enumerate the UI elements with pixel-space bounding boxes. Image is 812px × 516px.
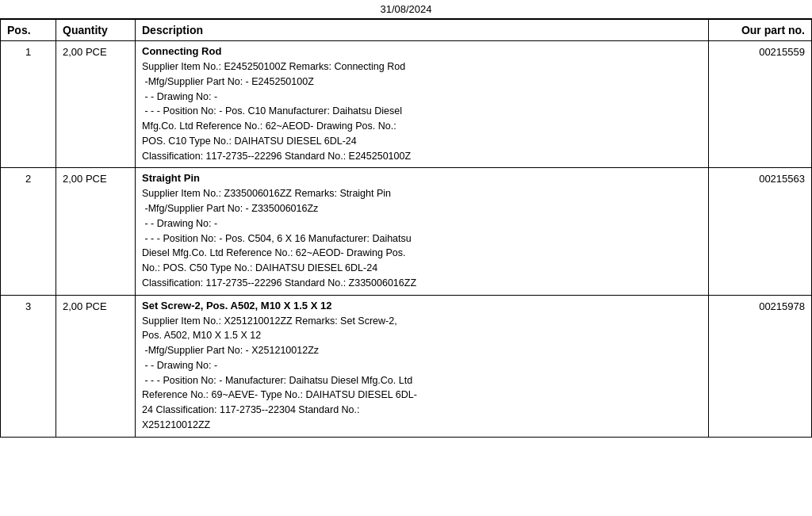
parts-table: Pos. Quantity Description Our part no. 1… [0, 19, 812, 438]
qty-cell: 2,00 PCE [56, 41, 136, 168]
header-date: 31/08/2024 [380, 3, 431, 15]
qty-cell: 2,00 PCE [56, 295, 136, 437]
pos-cell: 2 [1, 168, 56, 295]
table-row: 32,00 PCESet Screw-2, Pos. A502, M10 X 1… [1, 295, 812, 437]
desc-cell: Connecting RodSupplier Item No.: E245250… [136, 41, 709, 168]
part-cell: 00215978 [709, 295, 812, 437]
table-row: 12,00 PCEConnecting RodSupplier Item No.… [1, 41, 812, 168]
table-row: 22,00 PCEStraight PinSupplier Item No.: … [1, 168, 812, 295]
col-header-part: Our part no. [709, 20, 812, 41]
table-header-row: Pos. Quantity Description Our part no. [1, 20, 812, 41]
desc-detail: Supplier Item No.: Z335006016ZZ Remarks:… [142, 186, 702, 290]
col-header-pos: Pos. [1, 20, 56, 41]
desc-cell: Set Screw-2, Pos. A502, M10 X 1.5 X 12Su… [136, 295, 709, 437]
desc-cell: Straight PinSupplier Item No.: Z33500601… [136, 168, 709, 295]
desc-main: Connecting Rod [142, 45, 702, 57]
page-wrapper: 31/08/2024 Pos. Quantity Description Our… [0, 0, 812, 516]
desc-main: Set Screw-2, Pos. A502, M10 X 1.5 X 12 [142, 300, 702, 312]
desc-detail: Supplier Item No.: X251210012ZZ Remarks:… [142, 314, 702, 433]
part-cell: 00215559 [709, 41, 812, 168]
pos-cell: 1 [1, 41, 56, 168]
header-row: 31/08/2024 [0, 0, 812, 19]
part-cell: 00215563 [709, 168, 812, 295]
pos-cell: 3 [1, 295, 56, 437]
col-header-desc: Description [136, 20, 709, 41]
qty-cell: 2,00 PCE [56, 168, 136, 295]
col-header-qty: Quantity [56, 20, 136, 41]
desc-main: Straight Pin [142, 172, 702, 184]
desc-detail: Supplier Item No.: E245250100Z Remarks: … [142, 59, 702, 163]
